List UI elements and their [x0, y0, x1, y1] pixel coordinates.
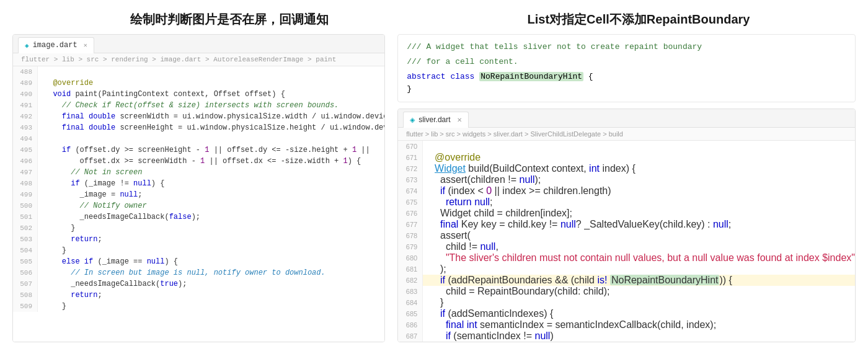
right-side: /// A widget that tells sliver not to cr… — [391, 34, 856, 342]
table-row: 490 void paint(PaintingContext context, … — [13, 89, 384, 100]
right-breadcrumb-text: flutter > lib > src > widgets > sliver.d… — [406, 130, 623, 138]
table-row: 496 offset.dx >= screenWidth - 1 || offs… — [13, 156, 384, 167]
left-tab-label: image.dart — [33, 41, 78, 50]
table-row: 489 @override — [13, 78, 384, 89]
table-row: 684 } — [398, 297, 855, 308]
class-ref-highlight: NoRepaintBoundaryHint — [610, 275, 720, 285]
table-row: 500 // Notify owner — [13, 200, 384, 211]
table-row: 488 — [13, 66, 384, 78]
table-row: 504 } — [13, 245, 384, 256]
left-tab-close[interactable]: ✕ — [84, 42, 87, 49]
left-code-panel: ◈ image.dart ✕ flutter > lib > src > ren… — [12, 34, 385, 342]
table-row: 506 // In screen but image is null, noti… — [13, 267, 384, 278]
right-code-lines: 670 671 @override 672 Widget build(Build… — [398, 141, 855, 342]
left-code-area: 488 489 @override 490 void paint(Paintin… — [13, 66, 384, 342]
left-breadcrumb-text: flutter > lib > src > rendering > image.… — [21, 56, 336, 63]
table-row: 675 return null; — [398, 197, 855, 208]
table-row: 507 _needsImageCallback(true); — [13, 278, 384, 290]
right-title: List对指定Cell不添加RepaintBoundary — [434, 11, 843, 28]
table-row: 670 — [398, 141, 855, 152]
table-row: 502 } — [13, 223, 384, 234]
table-row: 679 child != null, — [398, 241, 855, 252]
right-code-panel: ◈ sliver.dart ✕ flutter > lib > src > wi… — [397, 109, 856, 342]
table-row: 680 "The sliver's children must not cont… — [398, 252, 855, 264]
right-tab-close[interactable]: ✕ — [457, 117, 462, 123]
left-tab[interactable]: ◈ image.dart ✕ — [18, 37, 94, 53]
table-row: 676 Widget child = children[index]; — [398, 208, 855, 219]
widget-type-link[interactable]: Widget — [435, 163, 466, 174]
table-row: 686 final int semanticIndex = semanticIn… — [398, 319, 855, 330]
table-row: 494 — [13, 133, 384, 144]
table-row: 508 return; — [13, 290, 384, 301]
table-row: 672 Widget build(BuildContext context, i… — [398, 163, 855, 174]
abstract-class-line: abstract class NoRepaintBoundaryHint { — [407, 71, 846, 83]
left-tab-bar: ◈ image.dart ✕ — [13, 35, 384, 53]
table-row: 673 assert(children != null); — [398, 174, 855, 185]
left-code-lines: 488 489 @override 490 void paint(Paintin… — [13, 66, 384, 312]
comment-line-1: /// A widget that tells sliver not to cr… — [407, 41, 846, 53]
class-name-highlight: NoRepaintBoundaryHint — [479, 72, 583, 81]
table-row: 491 // Check if Rect(offset & size) inte… — [13, 100, 384, 111]
table-row: 492 final double screenWidth = ui.window… — [13, 111, 384, 122]
table-row: 677 final Key key = child.key != null? _… — [398, 219, 855, 230]
left-title: 绘制时判断图片是否在屏，回调通知 — [25, 11, 434, 28]
right-breadcrumb: flutter > lib > src > widgets > sliver.d… — [398, 128, 855, 141]
table-row: 681 ); — [398, 264, 855, 275]
table-row: 685 if (addSemanticIndexes) { — [398, 308, 855, 319]
dart-file-icon: ◈ — [25, 42, 29, 50]
table-row: 671 @override — [398, 152, 855, 163]
closing-brace: } — [407, 83, 846, 95]
table-row: 509 } — [13, 301, 384, 312]
table-row: 495 if (offset.dy >= screenHeight - 1 ||… — [13, 144, 384, 156]
table-row: 498 if (_image != null) { — [13, 178, 384, 189]
right-top-snippet: /// A widget that tells sliver not to cr… — [397, 34, 856, 102]
right-tab-label: sliver.dart — [418, 115, 450, 124]
table-row: 499 _image = null; — [13, 189, 384, 200]
table-row: 501 _needsImageCallback(false); — [13, 211, 384, 223]
right-tab[interactable]: ◈ sliver.dart ✕ — [403, 112, 468, 128]
table-row: 683 child = RepaintBoundary(child: child… — [398, 286, 855, 297]
right-code-area: 670 671 @override 672 Widget build(Build… — [398, 141, 855, 342]
table-row: 682 if (addRepaintBoundaries && (child i… — [398, 275, 855, 286]
dart-file-icon-right: ◈ — [410, 116, 415, 124]
table-row: 493 final double screenHeight = ui.windo… — [13, 122, 384, 133]
table-row: 497 // Not in screen — [13, 167, 384, 178]
comment-line-2: /// for a cell content. — [407, 56, 846, 68]
table-row: 503 return; — [13, 234, 384, 245]
table-row: 678 assert( — [398, 230, 855, 241]
left-breadcrumb: flutter > lib > src > rendering > image.… — [13, 53, 384, 66]
right-tab-bar: ◈ sliver.dart ✕ — [398, 109, 855, 128]
table-row: 687 if (semanticIndex != null) — [398, 330, 855, 342]
table-row: 505 else if (_image == null) { — [13, 256, 384, 267]
table-row: 674 if (index < 0 || index >= children.l… — [398, 185, 855, 197]
